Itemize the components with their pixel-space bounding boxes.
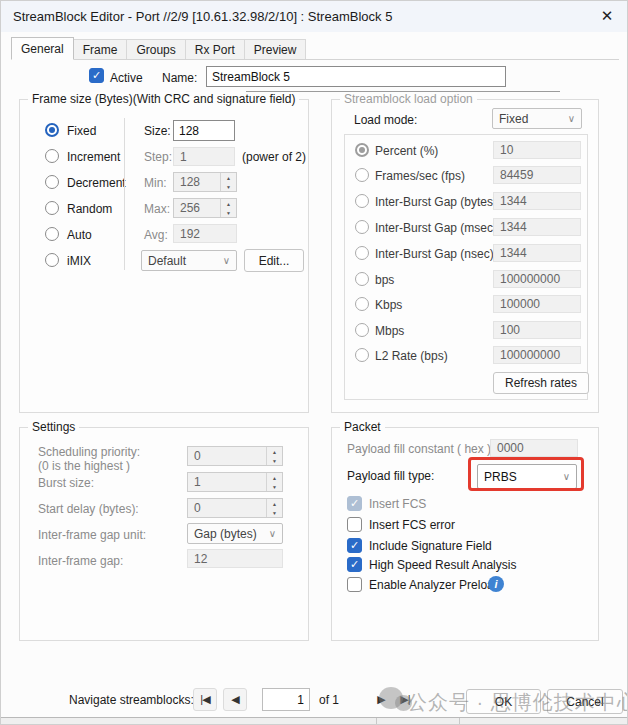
size-input[interactable] [173,120,235,141]
bps-field: 100000000 [493,270,581,288]
nav-page-input[interactable] [262,688,310,711]
nav-last-button[interactable]: ▶| [393,688,417,711]
radio-random-label: Random [67,202,112,216]
load-mode-dropdown: Fixed ∨ [492,108,582,129]
radio-random[interactable] [45,201,59,215]
radio-increment-label: Increment [67,150,120,164]
imix-preset-value: Default [148,254,186,268]
scheduling-priority-spinner: 0 ▲▼ [187,446,283,466]
fill-constant-field: 0000 [490,439,578,457]
include-signature-checkbox[interactable] [347,538,362,553]
radio-bps-label: bps [375,273,394,287]
step-label: Step: [144,150,172,164]
load-option-title: Streamblock load option [340,92,477,106]
radio-l2-rate-label: L2 Rate (bps) [375,349,448,363]
info-icon[interactable]: i [488,576,504,592]
radio-increment[interactable] [45,149,59,163]
tab-frame[interactable]: Frame [74,39,128,60]
nav-next-icon: ▶ [377,693,384,706]
radio-percent-label: Percent (%) [375,144,438,158]
insert-fcs-label: Insert FCS [369,497,426,511]
radio-l2-rate [355,348,369,362]
title-bar: StreamBlock Editor - Port //2/9 [10.61.3… [1,1,627,32]
burst-size-value: 1 [188,473,266,491]
tab-rx-port[interactable]: Rx Port [186,39,245,60]
radio-fps-label: Frames/sec (fps) [375,169,465,183]
fill-type-label: Payload fill type: [347,469,434,483]
radio-ibg-nsec-label: Inter-Burst Gap (nsec) [375,247,494,261]
settings-title: Settings [28,420,79,434]
nav-of-label: of 1 [319,693,339,707]
insert-fcs-error-checkbox[interactable] [347,517,362,532]
burst-size-label: Burst size: [38,476,94,490]
edit-button[interactable]: Edit... [244,249,304,272]
radio-auto-label: Auto [67,228,92,242]
kbps-field: 100000 [493,295,581,313]
spin-up-icon: ▲ [267,447,282,456]
spin-buttons: ▲▼ [266,473,282,491]
bottom-edge [1,717,628,725]
active-label: Active [110,71,143,85]
max-spin-buttons: ▲▼ [220,199,236,217]
ifg-unit-value: Gap (bytes) [194,527,257,541]
load-mode-label: Load mode: [354,113,417,127]
tab-preview[interactable]: Preview [245,39,307,60]
start-delay-label: Start delay (bytes): [38,502,139,516]
radio-ibg-bytes [355,194,369,208]
radio-fps [355,168,369,182]
start-delay-value: 0 [188,499,266,517]
radio-ibg-msec-label: Inter-Burst Gap (msec) [375,221,497,235]
ifg-unit-dropdown: Gap (bytes) ∨ [187,523,283,544]
insert-fcs-checkbox [347,496,362,511]
max-value: 256 [174,199,220,217]
streamblock-editor-dialog: StreamBlock Editor - Port //2/9 [10.61.3… [0,0,628,725]
avg-field: 192 [173,224,237,243]
step-field: 1 [173,147,235,166]
spin-up-icon: ▲ [267,499,282,508]
spin-down-icon: ▼ [221,182,236,191]
settings-group: Settings Scheduling priority: (0 is the … [19,427,309,641]
scheduling-priority-label: Scheduling priority: [38,445,140,459]
ibg-bytes-field: 1344 [493,192,581,210]
radio-ibg-bytes-label: Inter-Burst Gap (bytes) [375,195,497,209]
radio-decrement[interactable] [45,175,59,189]
frame-size-title: Frame size (Bytes)(With CRC and signatur… [28,92,299,106]
nav-prev-button[interactable]: ◀ [223,688,247,711]
tab-page-border [11,59,619,60]
load-option-group: Streamblock load option Load mode: Fixed… [331,99,599,413]
tab-general[interactable]: General [11,37,74,60]
cancel-button[interactable]: Cancel [547,689,623,714]
scheduling-priority-sublabel: (0 is the highest ) [38,459,130,473]
size-label: Size: [144,124,171,138]
min-label: Min: [144,176,167,190]
tab-groups[interactable]: Groups [127,39,185,60]
close-icon[interactable]: ✕ [597,6,617,26]
radio-fixed[interactable] [45,123,59,137]
radio-ibg-nsec [355,246,369,260]
load-mode-value: Fixed [499,112,528,126]
nav-first-button[interactable]: |◀ [193,688,217,711]
analyzer-preload-checkbox[interactable] [347,577,362,592]
radio-kbps [355,297,369,311]
name-input[interactable] [206,66,506,87]
nav-next-button[interactable]: ▶ [369,688,393,711]
max-label: Max: [144,202,170,216]
ok-button[interactable]: OK [466,689,541,714]
ifg-unit-label: Inter-frame gap unit: [38,528,146,542]
start-delay-spinner: 0 ▲▼ [187,498,283,518]
radio-imix[interactable] [45,253,59,267]
radio-auto[interactable] [45,227,59,241]
bottom-edge-tick [376,718,377,725]
annotation-highlight [468,457,584,491]
imix-preset-dropdown: Default ∨ [141,250,237,271]
radio-ibg-msec [355,220,369,234]
active-checkbox[interactable] [89,68,104,83]
ibg-msec-field: 1344 [493,218,581,236]
refresh-rates-button[interactable]: Refresh rates [493,372,589,394]
burst-size-spinner: 1 ▲▼ [187,472,283,492]
chevron-down-icon: ∨ [223,255,230,266]
radio-mbps [355,323,369,337]
radio-imix-label: iMIX [67,254,91,268]
high-speed-result-checkbox[interactable] [347,557,362,572]
radio-fixed-label: Fixed [67,124,96,138]
